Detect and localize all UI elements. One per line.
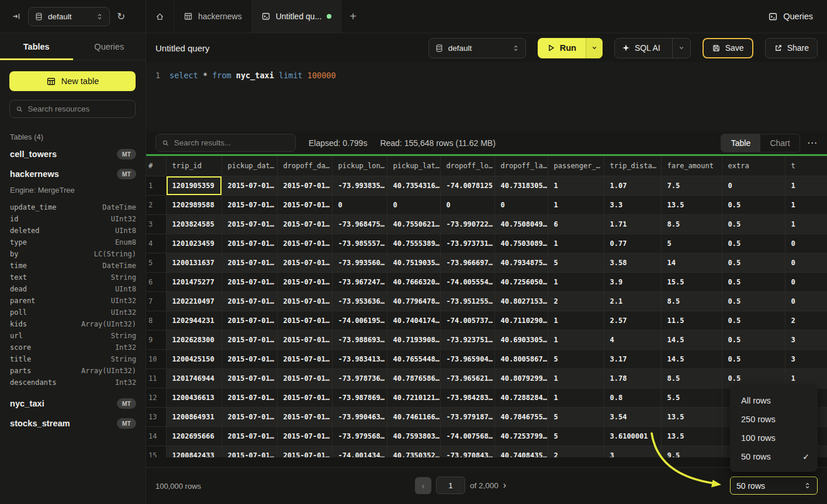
sql-ai-button[interactable]: SQL AI — [615, 39, 667, 58]
table-cell[interactable]: 0.5 — [722, 214, 785, 234]
table-cell[interactable]: 0 — [785, 234, 827, 253]
table-cell[interactable]: 2015-07-01… — [277, 330, 332, 349]
menu-item-all-rows[interactable]: All rows — [730, 391, 818, 410]
table-cell[interactable]: 0.77 — [604, 234, 661, 253]
table-cell[interactable]: 2015-07-01… — [222, 388, 277, 407]
more-options-button[interactable]: ⋯ — [807, 137, 818, 149]
tab-untitled-query[interactable]: Untitled qu... — [252, 0, 342, 33]
table-cell[interactable]: -73.979187… — [440, 407, 494, 426]
new-table-button[interactable]: New table — [9, 71, 136, 91]
run-options-button[interactable] — [586, 38, 603, 58]
table-cell[interactable]: 40.7508049… — [494, 214, 548, 234]
prev-page-button[interactable]: ‹ — [415, 477, 431, 494]
table-cell[interactable]: 5.5 — [661, 388, 722, 407]
table-cell[interactable]: -74.0078125 — [440, 176, 494, 195]
save-button[interactable]: Save — [703, 38, 753, 58]
table-cell[interactable]: 1200842433 — [166, 446, 222, 457]
table-cell[interactable]: -73.923751… — [440, 330, 494, 349]
table-cell[interactable]: 3.3 — [604, 195, 661, 214]
table-cell[interactable]: 6 — [548, 214, 604, 234]
table-cell[interactable]: -73.988693… — [332, 330, 387, 349]
table-cell[interactable]: 40.6903305… — [494, 330, 548, 349]
table-cell[interactable]: 8.5 — [661, 214, 722, 234]
table-cell[interactable]: 1 — [548, 195, 604, 214]
table-cell[interactable]: 40.7519035… — [387, 253, 440, 272]
table-cell[interactable]: 40.7655448… — [387, 349, 440, 369]
column-header[interactable]: pickup_lon… — [332, 156, 387, 176]
column-header[interactable]: # — [146, 156, 166, 176]
table-cell[interactable]: 2015-07-01… — [222, 330, 277, 349]
table-cell[interactable]: 40.7350352… — [387, 446, 440, 457]
table-cell[interactable]: -73.983413… — [332, 349, 387, 369]
table-cell[interactable]: 40.7193908… — [387, 330, 440, 349]
table-cell[interactable]: 2015-07-01… — [222, 369, 277, 388]
column-header[interactable]: dropoff_la… — [494, 156, 548, 176]
table-cell[interactable]: 40.8079299… — [494, 369, 548, 388]
table-cell[interactable]: -73.993835… — [332, 176, 387, 195]
table-cell[interactable]: 40.7256050… — [494, 272, 548, 291]
table-cell[interactable]: 2015-07-01… — [222, 407, 277, 426]
table-item-hackernews[interactable]: hackernews MT — [10, 167, 136, 181]
table-cell[interactable]: 1 — [548, 311, 604, 330]
table-cell[interactable]: -73.978736… — [332, 369, 387, 388]
table-cell[interactable]: 40.8027153… — [494, 291, 548, 311]
table-cell[interactable]: 40.7210121… — [387, 388, 440, 407]
resource-search-input[interactable] — [28, 105, 129, 113]
column-header[interactable]: trip_dista… — [604, 156, 661, 176]
table-cell[interactable]: 3.54 — [604, 407, 661, 426]
table-item-nyc-taxi[interactable]: nyc_taxi MT — [10, 397, 136, 411]
table-cell[interactable]: 5 — [548, 349, 604, 369]
table-cell[interactable]: -73.985557… — [332, 234, 387, 253]
table-cell[interactable]: 2015-07-01… — [277, 388, 332, 407]
table-cell[interactable]: 2015-07-01… — [222, 176, 277, 195]
table-cell[interactable]: -73.973731… — [440, 234, 494, 253]
table-cell[interactable]: 4 — [604, 330, 661, 349]
table-cell[interactable]: 0 — [494, 195, 548, 214]
table-cell[interactable]: 1202695666 — [166, 426, 222, 446]
table-cell[interactable]: 1 — [548, 176, 604, 195]
table-cell[interactable]: 40.7503089… — [494, 234, 548, 253]
table-cell[interactable]: 1202210497 — [166, 291, 222, 311]
table-cell[interactable]: 2015-07-01… — [277, 253, 332, 272]
table-cell[interactable]: 2015-07-01… — [222, 272, 277, 291]
table-cell[interactable]: 40.7354316… — [387, 176, 440, 195]
table-cell[interactable]: 0.5 — [722, 272, 785, 291]
table-cell[interactable]: 15.5 — [661, 272, 722, 291]
table-cell[interactable]: 2015-07-01… — [277, 426, 332, 446]
table-cell[interactable]: 2015-07-01… — [222, 253, 277, 272]
table-cell[interactable]: 3.9 — [604, 272, 661, 291]
table-cell[interactable]: 40.7288284… — [494, 388, 548, 407]
table-cell[interactable]: 0 — [722, 176, 785, 195]
table-cell[interactable]: 3.58 — [604, 253, 661, 272]
table-cell[interactable]: 40.7318305… — [494, 176, 548, 195]
table-cell[interactable]: 2015-07-01… — [222, 195, 277, 214]
table-cell[interactable]: 1 — [548, 388, 604, 407]
table-cell[interactable]: 1201905359 — [166, 176, 222, 195]
table-cell[interactable]: 2 — [548, 446, 604, 457]
collapse-sidebar-icon[interactable] — [12, 12, 21, 21]
table-cell[interactable]: 2015-07-01… — [277, 369, 332, 388]
table-cell[interactable]: -73.953636… — [332, 291, 387, 311]
table-cell[interactable]: 1 — [785, 176, 827, 195]
table-cell[interactable]: 0.5 — [722, 291, 785, 311]
table-cell[interactable]: 0.5 — [722, 330, 785, 349]
table-cell[interactable]: -74.007568… — [440, 426, 494, 446]
table-cell[interactable]: -73.990722… — [440, 214, 494, 234]
table-cell[interactable]: 40.7404174… — [387, 311, 440, 330]
table-cell[interactable]: 2015-07-01… — [277, 291, 332, 311]
column-header[interactable]: dropoff_da… — [277, 156, 332, 176]
table-cell[interactable]: 11.5 — [661, 311, 722, 330]
results-search-input[interactable] — [174, 138, 289, 147]
menu-item-100-rows[interactable]: 100 rows — [730, 429, 818, 447]
table-cell[interactable]: 0 — [785, 253, 827, 272]
table-cell[interactable]: 40.7550621… — [387, 214, 440, 234]
table-cell[interactable]: 0 — [440, 195, 494, 214]
table-cell[interactable]: -73.970843… — [440, 446, 494, 457]
table-cell[interactable]: 13.5 — [661, 426, 722, 446]
table-cell[interactable]: 1 — [548, 369, 604, 388]
table-cell[interactable]: -74.001434… — [332, 446, 387, 457]
table-cell[interactable]: 0 — [332, 195, 387, 214]
table-cell[interactable]: 2015-07-01… — [277, 272, 332, 291]
tab-home[interactable] — [146, 0, 174, 33]
table-cell[interactable]: 5 — [661, 234, 722, 253]
